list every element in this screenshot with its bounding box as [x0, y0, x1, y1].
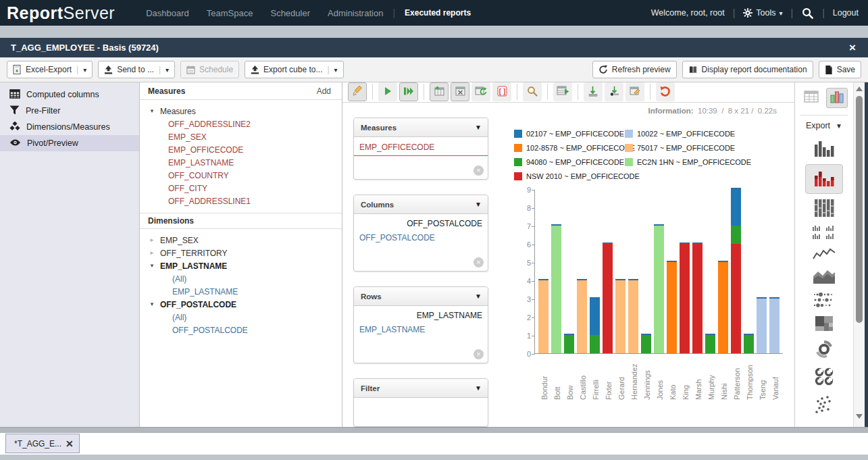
refresh-preview-button[interactable]: Refresh preview	[592, 61, 677, 78]
search-icon[interactable]	[801, 7, 814, 20]
measure-node-emp_sex[interactable]: EMP_SEX	[149, 130, 342, 143]
nav-item-dashboard[interactable]: Dashboard	[146, 8, 189, 18]
pivot-button-table-refresh-icon[interactable]	[471, 82, 490, 101]
report-tab[interactable]: *T_AGG_E... ✕	[5, 434, 80, 453]
add-measure-link[interactable]: Add	[317, 86, 331, 96]
send-to-button[interactable]: Send to ... | ▾	[98, 61, 175, 78]
chart-type-multiple-bar-chart-icon[interactable]	[805, 225, 843, 242]
scrollbar-thumb[interactable]	[856, 96, 863, 323]
hierarchy-node-all[interactable]: (All)	[149, 311, 342, 324]
bar-thompson[interactable]	[744, 334, 754, 353]
axis-member-off_postalcode[interactable]: OFF_POSTALCODE	[354, 230, 488, 246]
bar-bow[interactable]	[564, 334, 574, 353]
hierarchy-node-offpostalcode[interactable]: OFF_POSTALCODE	[149, 324, 342, 336]
logout-link[interactable]: Logout	[833, 8, 859, 18]
stacked-bar-chart-icon	[814, 169, 834, 189]
bar-jones[interactable]	[654, 224, 664, 353]
bar-hernandez[interactable]	[628, 279, 638, 353]
measure-node-off_country[interactable]: OFF_COUNTRY	[149, 169, 342, 182]
bar-patterson[interactable]	[731, 188, 741, 353]
axis-panel-header[interactable]: Filter▼	[354, 379, 488, 398]
remove-icon[interactable]: ×	[474, 257, 484, 267]
schedule-button[interactable]: Schedule	[180, 61, 239, 78]
pivot-button-download-column-icon[interactable]	[584, 82, 603, 101]
chart-type-bar-chart-icon[interactable]	[805, 139, 843, 159]
scroll-up-icon[interactable]	[856, 86, 863, 91]
bar-nishi[interactable]	[718, 261, 728, 353]
chart-type-dot-matrix-icon[interactable]	[805, 292, 843, 311]
measure-node-off_addressline1[interactable]: OFF_ADDRESSLINE1	[149, 195, 342, 207]
pivot-button-undo-icon[interactable]	[656, 82, 675, 101]
hierarchy-node-all[interactable]: (All)	[149, 272, 342, 285]
vertical-scrollbar[interactable]	[853, 82, 865, 427]
bar-tseng[interactable]	[757, 297, 767, 353]
nav-item-teamspace[interactable]: TeamSpace	[207, 8, 253, 18]
chart-type-scatter-plot-icon[interactable]	[805, 394, 843, 417]
axis-panel-header[interactable]: Rows▼	[354, 287, 488, 306]
bar-marsh[interactable]	[692, 242, 703, 353]
pivot-button-download-dot-icon[interactable]	[605, 82, 623, 101]
chart-type-area-chart-icon[interactable]	[805, 268, 843, 287]
export-cube-button[interactable]: Export cube to... | ▾	[245, 61, 344, 78]
bar-bondur[interactable]	[538, 279, 548, 353]
measure-node-off_addressline2[interactable]: OFF_ADDRESSLINE2	[149, 118, 342, 130]
pivot-button-play-icon[interactable]	[378, 82, 397, 101]
nav-item-scheduler[interactable]: Scheduler	[270, 8, 310, 18]
dimension-node-off_postalcode[interactable]: ▼OFF_POSTALCODE	[149, 298, 342, 311]
chart-type-stacked-bar-chart-icon[interactable]	[805, 164, 843, 194]
pivot-button-table-arrow-right-icon[interactable]	[553, 82, 572, 101]
dimension-node-off_territory[interactable]: ►OFF_TERRITORY	[149, 247, 342, 259]
sidebar-item-pivot-preview[interactable]: Pivot/Preview	[0, 135, 139, 151]
axis-panel-header[interactable]: Measures▼	[354, 118, 488, 137]
nav-item-administration[interactable]: Administration	[328, 8, 383, 18]
chevron-down-icon: ▾	[165, 66, 169, 74]
sidebar-item-dimensions-measures[interactable]: Dimensions/Measures	[0, 119, 139, 135]
bar-gerard[interactable]	[615, 279, 626, 353]
bar-king[interactable]	[680, 242, 690, 353]
pivot-button-pencil-icon[interactable]	[348, 82, 367, 101]
bar-bott[interactable]	[551, 224, 561, 353]
display-docs-button[interactable]: Display report documentation	[682, 61, 813, 78]
bar-fixter[interactable]	[603, 242, 613, 353]
chart-type-treemap-icon[interactable]	[805, 315, 843, 334]
chart-type-stacked-100-chart-icon[interactable]	[805, 199, 843, 220]
chart-type-line-chart-icon[interactable]	[805, 247, 843, 263]
chart-type-multi-donut-icon[interactable]	[805, 367, 843, 390]
pivot-button-table-x-icon[interactable]	[451, 82, 469, 101]
measure-node-emp_officecode[interactable]: EMP_OFFICECODE	[149, 143, 342, 156]
pivot-button-brackets-icon[interactable]: []	[492, 82, 511, 101]
window-close-icon[interactable]: ×	[844, 41, 861, 55]
tools-menu[interactable]: Tools ▾	[743, 8, 782, 18]
bar-firrelli[interactable]	[590, 297, 600, 353]
scroll-down-icon[interactable]	[856, 414, 863, 419]
bar-castillo[interactable]	[577, 279, 587, 353]
dimension-node-emp_lastname[interactable]: ▼EMP_LASTNAME	[149, 259, 342, 272]
measures-root-node[interactable]: ▼Measures	[149, 105, 342, 118]
remove-icon[interactable]: ×	[474, 349, 484, 359]
remove-icon[interactable]: ×	[474, 165, 484, 176]
sidebar-item-pre-filter[interactable]: Pre-Filter	[0, 103, 139, 119]
chart-export-menu[interactable]: Export ▼	[806, 121, 842, 130]
view-toggle-chart-view-icon[interactable]	[826, 88, 848, 108]
pivot-button-table-up-arrow-icon[interactable]	[430, 82, 449, 101]
axis-panel-header[interactable]: Columns▼	[354, 195, 488, 214]
pivot-button-magnifier-icon[interactable]	[523, 82, 542, 101]
hierarchy-node-emplastname[interactable]: EMP_LASTNAME	[149, 285, 342, 298]
bar-kato[interactable]	[667, 261, 677, 353]
measure-node-off_city[interactable]: OFF_CITY	[149, 182, 342, 195]
axis-member-emp_lastname[interactable]: EMP_LASTNAME	[354, 322, 488, 338]
bar-jennings[interactable]	[641, 334, 651, 353]
view-toggle-table-view-icon[interactable]	[800, 88, 822, 108]
bar-vanauf[interactable]	[769, 297, 780, 353]
measure-node-emp_lastname[interactable]: EMP_LASTNAME	[149, 156, 342, 169]
chart-type-sunburst-icon[interactable]	[805, 339, 843, 362]
pivot-button-fast-forward-icon[interactable]	[399, 82, 418, 101]
excel-export-button[interactable]: x Excel-Export | ▾	[7, 61, 93, 78]
pivot-button-table-edit-icon[interactable]	[626, 82, 644, 101]
axis-member-emp_officecode[interactable]: EMP_OFFICECODE	[354, 139, 488, 156]
bar-murphy[interactable]	[705, 334, 715, 353]
tab-close-icon[interactable]: ✕	[66, 438, 74, 449]
save-button[interactable]: Save	[819, 61, 861, 78]
sidebar-item-computed-columns[interactable]: Computed columns	[0, 86, 139, 103]
dimension-node-emp_sex[interactable]: ►EMP_SEX	[149, 234, 342, 247]
